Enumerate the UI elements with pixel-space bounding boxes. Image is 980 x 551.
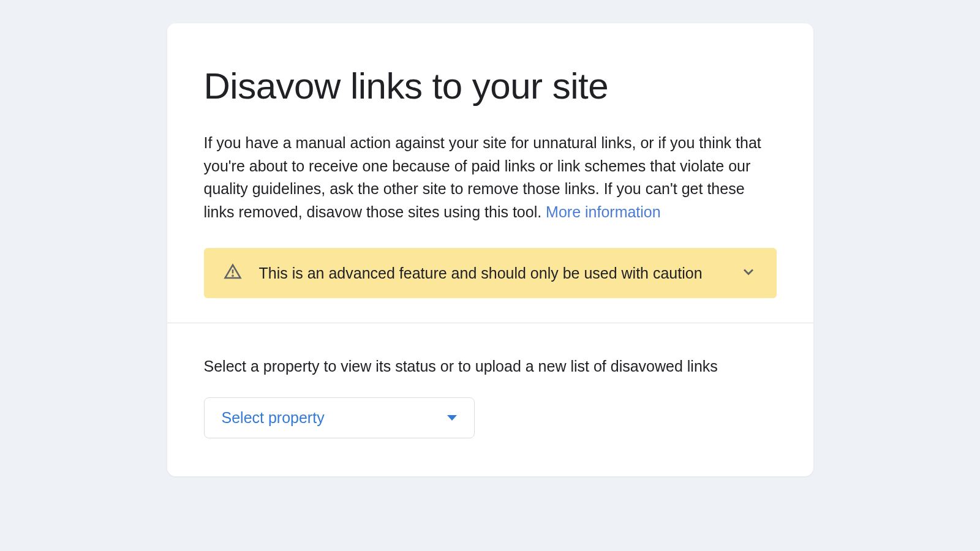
dropdown-arrow-icon — [447, 415, 457, 421]
top-section: Disavow links to your site If you have a… — [167, 23, 813, 323]
description-text: If you have a manual action against your… — [204, 132, 767, 223]
select-property-label: Select a property to view its status or … — [204, 358, 777, 375]
more-information-link[interactable]: More information — [546, 203, 661, 220]
dropdown-selected-text: Select property — [222, 409, 325, 427]
description-body: If you have a manual action against your… — [204, 134, 761, 220]
select-property-dropdown[interactable]: Select property — [204, 397, 475, 438]
bottom-section: Select a property to view its status or … — [167, 323, 813, 473]
svg-point-1 — [232, 276, 233, 276]
warning-text: This is an advanced feature and should o… — [259, 264, 723, 282]
page-title: Disavow links to your site — [204, 65, 777, 107]
warning-icon — [224, 263, 242, 283]
chevron-down-icon — [740, 263, 757, 283]
disavow-card: Disavow links to your site If you have a… — [167, 23, 813, 476]
warning-banner[interactable]: This is an advanced feature and should o… — [204, 248, 777, 298]
